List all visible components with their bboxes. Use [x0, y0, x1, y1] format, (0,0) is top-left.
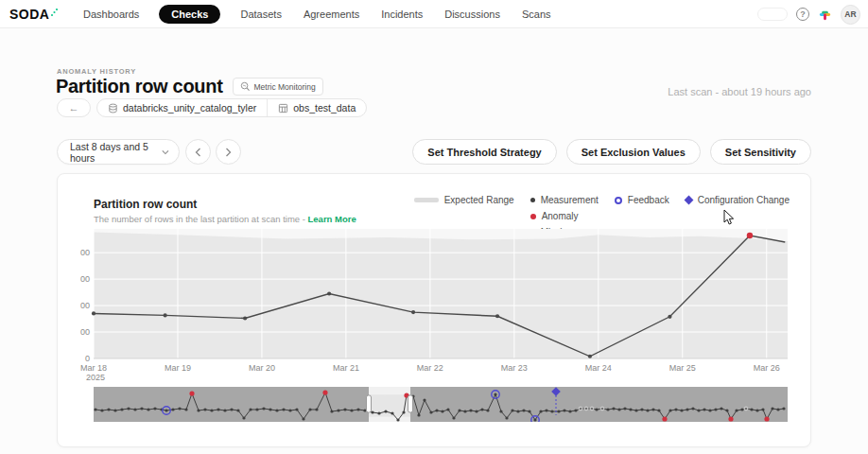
- svg-text:400: 400: [80, 248, 90, 257]
- anomaly-chart-card: Partition row count The number of rows i…: [57, 173, 811, 447]
- badge-label: Metric Monitoring: [254, 82, 316, 92]
- next-range-button[interactable]: [216, 139, 241, 165]
- time-range-value: Last 8 days and 5 hours: [70, 141, 162, 164]
- expected-range-swatch-icon: [414, 198, 439, 202]
- back-button[interactable]: ←: [57, 98, 91, 117]
- soda-logo[interactable]: SODA: [9, 7, 58, 22]
- svg-text:Mar 19: Mar 19: [165, 363, 191, 373]
- page-title: Partition row count: [56, 76, 223, 97]
- chart-title: Partition row count: [94, 198, 197, 211]
- svg-text:100: 100: [80, 327, 90, 337]
- set-sensitivity-button[interactable]: Set Sensitivity: [710, 139, 811, 165]
- breadcrumb-dataset-label: databricks_unity_catalog_tyler: [123, 102, 256, 114]
- svg-text:Mar 26: Mar 26: [754, 363, 780, 373]
- anomaly-history-eyebrow: ANOMALY HISTORY: [57, 67, 136, 76]
- nav-item-datasets[interactable]: Datasets: [238, 5, 283, 24]
- anomaly-dot-icon: [530, 214, 536, 219]
- chart-actions: Set Threshold Strategy Set Exclusion Val…: [412, 139, 811, 165]
- legend-measurement[interactable]: Measurement: [530, 194, 599, 206]
- svg-text:Mar 25: Mar 25: [669, 363, 696, 373]
- legend-configuration-change-label: Configuration Change: [698, 195, 790, 205]
- chevron-left-icon: [195, 148, 201, 157]
- user-avatar[interactable]: AR: [841, 5, 860, 25]
- chart-subtitle-text: The number of rows in the last partition…: [94, 214, 308, 224]
- nav-item-checks[interactable]: Checks: [159, 5, 220, 24]
- legend-feedback[interactable]: Feedback: [615, 194, 669, 206]
- history-navigator-strip[interactable]: [94, 387, 788, 422]
- svg-text:Mar 20: Mar 20: [249, 363, 275, 373]
- svg-text:300: 300: [80, 274, 90, 284]
- magnifier-icon: [240, 81, 251, 92]
- legend-measurement-label: Measurement: [541, 195, 599, 205]
- chart-subtitle: The number of rows in the last partition…: [94, 214, 356, 224]
- svg-text:Mar 21: Mar 21: [333, 363, 359, 373]
- database-icon: [108, 103, 118, 114]
- chevron-down-icon: [162, 149, 169, 155]
- nav-item-incidents[interactable]: Incidents: [379, 5, 425, 24]
- legend-feedback-label: Feedback: [628, 195, 669, 205]
- soda-logo-text: SODA: [9, 7, 49, 22]
- time-range-select[interactable]: Last 8 days and 5 hours: [57, 139, 180, 165]
- svg-text:200: 200: [80, 301, 90, 310]
- configuration-change-diamond-icon: [684, 196, 693, 205]
- svg-text:0: 0: [85, 354, 90, 363]
- slack-icon[interactable]: [818, 8, 832, 22]
- legend-anomaly[interactable]: Anomaly: [530, 210, 599, 222]
- nav-toggle-pill[interactable]: [757, 8, 788, 21]
- nav-item-dashboards[interactable]: Dashboards: [81, 5, 141, 24]
- legend-configuration-change[interactable]: Configuration Change: [686, 194, 790, 206]
- last-scan-text: Last scan - about 19 hours ago: [668, 86, 811, 97]
- prev-range-button[interactable]: [185, 139, 211, 165]
- metric-monitoring-badge: Metric Monitoring: [233, 78, 323, 96]
- measurement-dot-icon: [530, 198, 535, 202]
- anomaly-line-chart[interactable]: 0100200300400Mar 182025Mar 19Mar 20Mar 2…: [80, 228, 795, 382]
- svg-text:Mar 24: Mar 24: [585, 363, 612, 373]
- help-icon[interactable]: ?: [796, 8, 809, 21]
- chevron-right-icon: [225, 148, 232, 157]
- legend-expected-range[interactable]: Expected Range: [414, 194, 514, 206]
- svg-text:2025: 2025: [86, 373, 105, 382]
- breadcrumb: ← databricks_unity_catalog_tyler obs_tes…: [57, 98, 367, 117]
- nav-item-scans[interactable]: Scans: [520, 5, 553, 24]
- title-row: Partition row count Metric Monitoring: [56, 76, 323, 97]
- feedback-ring-icon: [615, 197, 622, 204]
- legend-expected-range-label: Expected Range: [444, 195, 514, 205]
- breadcrumb-table[interactable]: obs_test_data: [267, 99, 366, 116]
- nav-item-discussions[interactable]: Discussions: [443, 5, 502, 24]
- svg-text:Mar 22: Mar 22: [417, 363, 443, 373]
- legend-anomaly-label: Anomaly: [542, 211, 579, 221]
- top-navigation-bar: SODA Dashboards Checks Datasets Agreemen…: [0, 0, 868, 28]
- breadcrumb-pill: databricks_unity_catalog_tyler obs_test_…: [96, 98, 367, 117]
- breadcrumb-table-label: obs_test_data: [293, 102, 356, 114]
- soda-logo-sparkle-icon: [50, 8, 58, 17]
- breadcrumb-dataset[interactable]: databricks_unity_catalog_tyler: [97, 99, 267, 116]
- main-menu: Dashboards Checks Datasets Agreements In…: [81, 0, 553, 28]
- svg-text:Mar 18: Mar 18: [80, 363, 107, 373]
- nav-right-cluster: ? AR: [757, 0, 860, 28]
- learn-more-link[interactable]: Learn More: [308, 214, 356, 224]
- set-exclusion-values-button[interactable]: Set Exclusion Values: [566, 139, 701, 165]
- table-icon: [278, 103, 288, 114]
- nav-item-agreements[interactable]: Agreements: [302, 5, 361, 24]
- set-threshold-strategy-button[interactable]: Set Threshold Strategy: [412, 139, 556, 165]
- svg-text:Mar 23: Mar 23: [501, 363, 528, 373]
